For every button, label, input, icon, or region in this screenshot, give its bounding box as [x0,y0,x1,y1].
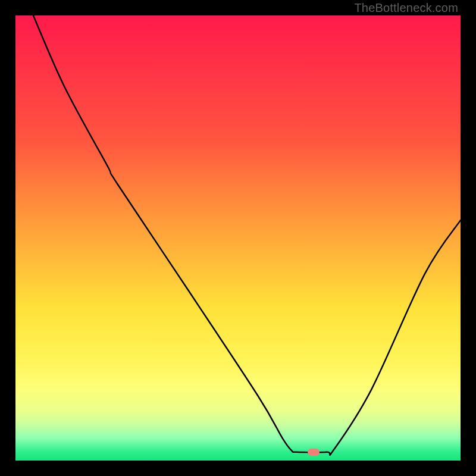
bottleneck-curve-path [33,15,461,455]
optimal-point-marker [308,449,320,456]
chart-curve-layer [15,15,461,461]
watermark: TheBottleneck.com [354,1,458,15]
chart-plot-area [15,15,461,461]
